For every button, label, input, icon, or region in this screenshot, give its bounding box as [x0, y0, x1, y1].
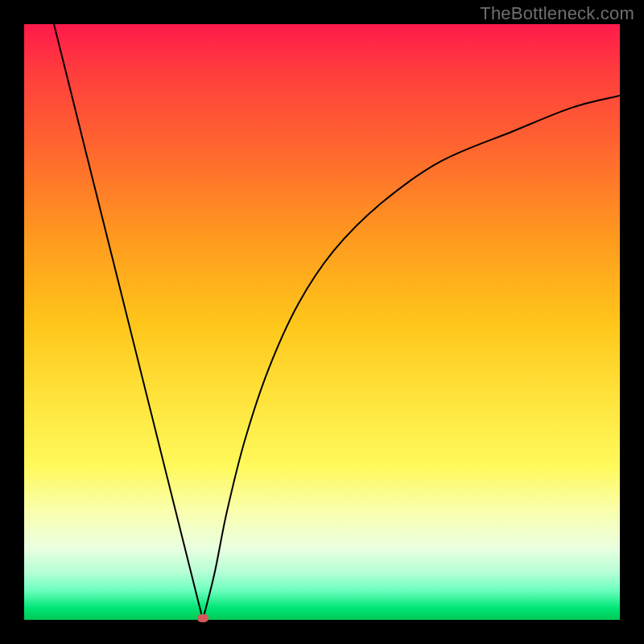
chart-frame: TheBottleneck.com [0, 0, 644, 644]
bottleneck-curve [24, 24, 620, 620]
plot-area [24, 24, 620, 620]
curve-path [54, 24, 620, 620]
minimum-marker [197, 614, 208, 622]
watermark-text: TheBottleneck.com [480, 3, 634, 24]
